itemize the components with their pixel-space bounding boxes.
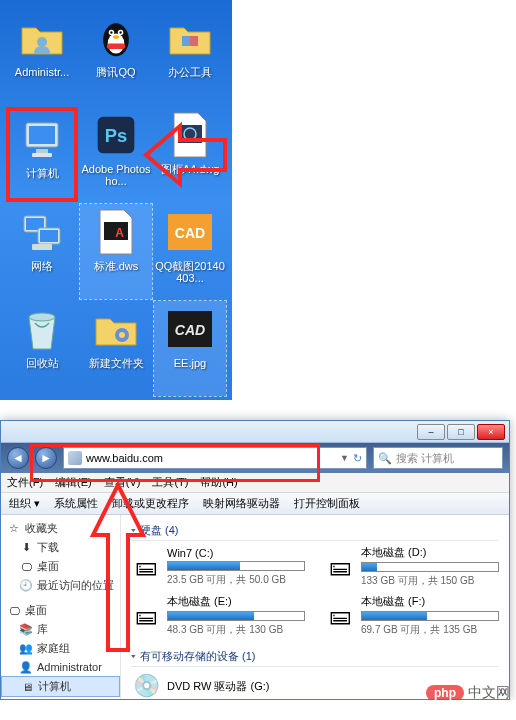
drive-detail: 48.3 GB 可用，共 130 GB <box>167 623 305 637</box>
network-icon <box>18 208 66 256</box>
drive-name: Win7 (C:) <box>167 547 305 559</box>
desktop-icon-recycle-bin[interactable]: 回收站 <box>6 301 78 396</box>
menu-view[interactable]: 查看(V) <box>104 475 141 490</box>
folder-icon <box>166 14 214 62</box>
group-hard-disks[interactable]: 硬盘 (4) <box>131 521 499 541</box>
sidebar-item-libraries[interactable]: 📚库 <box>1 620 120 639</box>
drive-c[interactable]: 🖴 Win7 (C:) 23.5 GB 可用，共 50.0 GB <box>131 545 305 588</box>
drive-detail: 69.7 GB 可用，共 135 GB <box>361 623 499 637</box>
icon-label: EE.jpg <box>174 357 206 369</box>
svg-rect-12 <box>29 126 55 144</box>
qq-penguin-icon <box>92 14 140 62</box>
drive-dvd[interactable]: 💿 DVD RW 驱动器 (G:) <box>131 671 305 699</box>
watermark-pill: php <box>426 685 464 700</box>
address-input[interactable] <box>86 452 336 464</box>
dwg-file-icon <box>166 111 214 159</box>
icon-label: 办公工具 <box>168 66 212 78</box>
sidebar-item-desktop[interactable]: 🖵桌面 <box>1 557 120 576</box>
dws-file-icon: A <box>92 208 140 256</box>
menu-help[interactable]: 帮助(H) <box>200 475 237 490</box>
drive-name: DVD RW 驱动器 (G:) <box>167 679 305 694</box>
drive-f[interactable]: 🖴 本地磁盘 (F:) 69.7 GB 可用，共 135 GB <box>325 594 499 637</box>
drive-d[interactable]: 🖴 本地磁盘 (D:) 133 GB 可用，共 150 GB <box>325 545 499 588</box>
sidebar-item-network[interactable]: 🌐网络 <box>1 697 120 699</box>
photoshop-icon: Ps <box>92 111 140 159</box>
recent-icon: 🕘 <box>19 579 33 593</box>
search-box[interactable]: 🔍 搜索 计算机 <box>373 447 503 469</box>
desktop-icon-ee-jpg[interactable]: CAD EE.jpg <box>154 301 226 396</box>
svg-rect-8 <box>107 44 125 50</box>
icon-label: Adobe Photosho... <box>80 163 152 187</box>
icon-label: 回收站 <box>26 357 59 369</box>
menu-file[interactable]: 文件(F) <box>7 475 43 490</box>
sidebar-item-downloads[interactable]: ⬇下载 <box>1 538 120 557</box>
address-bar[interactable]: ▼ ↻ <box>63 447 367 469</box>
svg-point-6 <box>119 31 121 33</box>
sidebar-item-homegroup[interactable]: 👥家庭组 <box>1 639 120 658</box>
svg-point-7 <box>113 35 119 39</box>
dropdown-icon[interactable]: ▼ <box>340 453 349 463</box>
toolbar-organize[interactable]: 组织 ▾ <box>9 496 40 511</box>
desktop-icon-qq[interactable]: 腾讯QQ <box>80 10 152 105</box>
drive-usage-bar <box>361 611 499 621</box>
homegroup-icon: 👥 <box>19 642 33 656</box>
toolbar-uninstall[interactable]: 卸载或更改程序 <box>112 496 189 511</box>
desktop-icon-office-tools[interactable]: 办公工具 <box>154 10 226 105</box>
watermark-text: 中文网 <box>468 684 510 700</box>
svg-point-28 <box>29 313 55 321</box>
svg-rect-14 <box>32 153 52 157</box>
desktop-icon-photoshop[interactable]: Ps Adobe Photosho... <box>80 107 152 202</box>
titlebar[interactable]: – □ × <box>1 421 509 443</box>
desktop-icon: 🖵 <box>7 604 21 618</box>
toolbar-controlpanel[interactable]: 打开控制面板 <box>294 496 360 511</box>
svg-rect-23 <box>32 244 52 250</box>
toolbar-sysprops[interactable]: 系统属性 <box>54 496 98 511</box>
svg-rect-22 <box>40 230 58 242</box>
refresh-icon[interactable]: ↻ <box>353 452 362 465</box>
computer-icon: 🖥 <box>20 680 34 694</box>
desktop-icon-a4-dwg[interactable]: 图框A4.dwg <box>154 107 226 202</box>
toolbar: 组织 ▾ 系统属性 卸载或更改程序 映射网络驱动器 打开控制面板 <box>1 493 509 515</box>
hdd-icon: 🖴 <box>131 601 161 631</box>
drive-name: 本地磁盘 (D:) <box>361 545 499 560</box>
desktop-icon-network[interactable]: 网络 <box>6 204 78 299</box>
download-icon: ⬇ <box>19 541 33 555</box>
sidebar-favorites-head[interactable]: ☆收藏夹 <box>1 519 120 538</box>
group-removable[interactable]: 有可移动存储的设备 (1) <box>131 647 499 667</box>
drive-usage-bar <box>167 611 305 621</box>
desktop-icon-new-folder[interactable]: 新建文件夹 <box>80 301 152 396</box>
close-button[interactable]: × <box>477 424 505 440</box>
svg-point-0 <box>37 37 47 47</box>
menu-edit[interactable]: 编辑(E) <box>55 475 92 490</box>
sidebar-item-recent[interactable]: 🕘最近访问的位置 <box>1 576 120 595</box>
explorer-window: – □ × ◄ ► ▼ ↻ 🔍 搜索 计算机 文件(F) 编辑(E) 查看(V)… <box>0 420 510 700</box>
svg-rect-13 <box>36 149 48 153</box>
icon-label: 网络 <box>31 260 53 272</box>
content-pane: 硬盘 (4) 🖴 Win7 (C:) 23.5 GB 可用，共 50.0 GB … <box>121 515 509 699</box>
minimize-button[interactable]: – <box>417 424 445 440</box>
desktop: Administr... 腾讯QQ 办公工具 计算机 Ps Adobe Phot… <box>0 0 232 400</box>
svg-text:CAD: CAD <box>175 322 205 338</box>
sidebar-desktop-head[interactable]: 🖵桌面 <box>1 601 120 620</box>
maximize-button[interactable]: □ <box>447 424 475 440</box>
navbar: ◄ ► ▼ ↻ 🔍 搜索 计算机 <box>1 443 509 473</box>
desktop-icon-admin-folder[interactable]: Administr... <box>6 10 78 105</box>
hdd-icon: 🖴 <box>131 552 161 582</box>
icon-label: 计算机 <box>26 167 59 179</box>
folder-cog-icon <box>92 305 140 353</box>
recycle-bin-icon <box>18 305 66 353</box>
desktop-icon-standard-dws[interactable]: A 标准.dws <box>80 204 152 299</box>
sidebar-item-admin[interactable]: 👤Administrator <box>1 658 120 676</box>
desktop-icon-qq-screenshot[interactable]: CAD QQ截图20140403... <box>154 204 226 299</box>
menu-tools[interactable]: 工具(T) <box>152 475 188 490</box>
drive-e[interactable]: 🖴 本地磁盘 (E:) 48.3 GB 可用，共 130 GB <box>131 594 305 637</box>
sidebar-item-computer[interactable]: 🖥计算机 <box>1 676 120 697</box>
computer-icon <box>18 115 66 163</box>
icon-label: 标准.dws <box>94 260 139 272</box>
nav-forward-button[interactable]: ► <box>35 447 57 469</box>
nav-back-button[interactable]: ◄ <box>7 447 29 469</box>
toolbar-mapdrive[interactable]: 映射网络驱动器 <box>203 496 280 511</box>
desktop-icon-computer[interactable]: 计算机 <box>6 107 78 202</box>
icon-label: 图框A4.dwg <box>161 163 220 175</box>
library-icon: 📚 <box>19 623 33 637</box>
